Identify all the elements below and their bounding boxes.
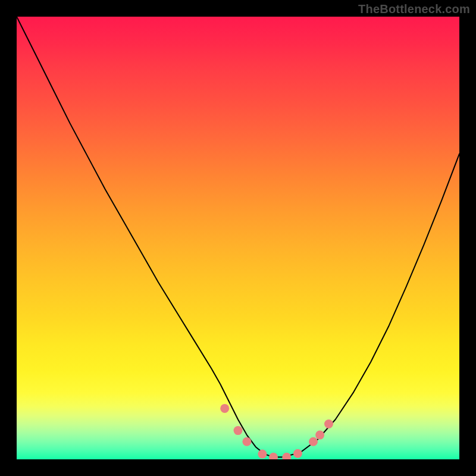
curve-marker bbox=[242, 437, 251, 446]
bottleneck-curve bbox=[17, 17, 459, 457]
chart-svg bbox=[17, 17, 459, 459]
curve-marker bbox=[309, 437, 318, 446]
curve-marker bbox=[220, 404, 229, 413]
curve-marker bbox=[324, 419, 333, 428]
curve-marker bbox=[269, 453, 278, 459]
curve-marker bbox=[234, 426, 243, 435]
curve-marker bbox=[282, 453, 291, 459]
watermark-text: TheBottleneck.com bbox=[358, 2, 470, 16]
plot-area bbox=[17, 17, 459, 459]
curve-marker bbox=[258, 450, 267, 459]
chart-frame: TheBottleneck.com bbox=[0, 0, 476, 476]
marker-group bbox=[220, 404, 333, 459]
curve-marker bbox=[315, 431, 324, 440]
curve-marker bbox=[293, 449, 302, 458]
